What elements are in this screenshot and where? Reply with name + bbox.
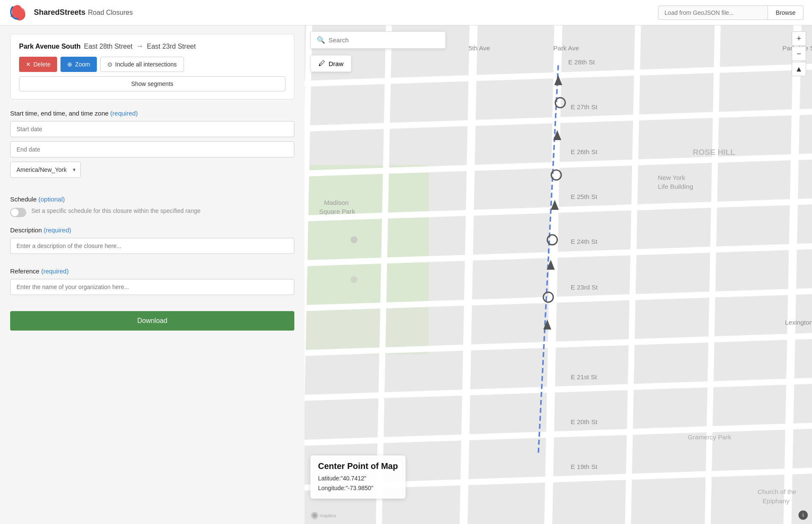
- reference-section: Reference (required): [10, 268, 294, 299]
- draw-label: Draw: [329, 60, 343, 67]
- closure-to: East 23rd Street: [147, 43, 196, 50]
- svg-text:5th Ave: 5th Ave: [469, 44, 490, 52]
- reference-label-text: Reference: [10, 268, 39, 275]
- svg-text:E 23rd St: E 23rd St: [571, 284, 598, 291]
- schedule-section-label: Schedule (optional): [10, 196, 294, 203]
- svg-text:Epiphany: Epiphany: [763, 497, 790, 505]
- center-point-info: Center Point of Map Latitude:"40.7412" L…: [310, 455, 406, 499]
- schedule-toggle-row: Set a specific schedule for this closure…: [10, 207, 294, 217]
- svg-text:New York: New York: [658, 174, 686, 181]
- description-section: Description (required): [10, 226, 294, 258]
- closure-from: East 28th Street: [84, 43, 133, 50]
- svg-text:Park Ave: Park Ave: [553, 44, 579, 52]
- description-label-text: Description: [10, 226, 42, 234]
- svg-text:E 26th St: E 26th St: [571, 148, 598, 155]
- zoom-in-button[interactable]: +: [792, 31, 806, 46]
- description-required-badge: (required): [44, 226, 71, 234]
- closure-title: Park Avenue South East 28th Street → Eas…: [19, 42, 285, 51]
- timezone-select[interactable]: America/New_York: [10, 162, 81, 178]
- svg-text:Lexington Ave: Lexington Ave: [785, 319, 812, 326]
- time-label-text: Start time, end time, and time zone: [10, 110, 109, 117]
- header: SharedStreets Road Closures Browse: [0, 0, 812, 25]
- time-section: Start time, end time, and time zone (req…: [10, 110, 294, 186]
- show-segments-label: Show segments: [131, 80, 173, 87]
- start-date-input[interactable]: [10, 121, 294, 137]
- svg-text:E 21st St: E 21st St: [571, 373, 597, 381]
- map-zoom-controls: + − ▲: [792, 31, 806, 76]
- zoom-label: Zoom: [75, 61, 90, 68]
- end-date-input[interactable]: [10, 141, 294, 157]
- description-section-label: Description (required): [10, 226, 294, 234]
- svg-text:E 25th St: E 25th St: [571, 193, 598, 200]
- show-segments-button[interactable]: Show segments: [19, 76, 285, 91]
- map-panel: E 28th St E 27th St E 26th St E 25th St …: [304, 25, 812, 524]
- info-button[interactable]: i: [798, 510, 808, 520]
- svg-text:Madison: Madison: [324, 199, 348, 206]
- schedule-section: Schedule (optional) Set a specific sched…: [10, 196, 294, 217]
- schedule-optional-badge: (optional): [38, 196, 65, 203]
- svg-point-53: [351, 236, 357, 243]
- schedule-toggle-label: Set a specific schedule for this closure…: [31, 207, 200, 215]
- center-point-title: Center Point of Map: [318, 461, 398, 471]
- include-icon: ⊙: [107, 61, 112, 68]
- search-icon: 🔍: [317, 36, 325, 44]
- zoom-north-button[interactable]: ▲: [792, 62, 806, 76]
- svg-text:Square Park: Square Park: [319, 208, 355, 215]
- svg-text:ROSE HILL: ROSE HILL: [693, 148, 735, 157]
- reference-required-badge: (required): [41, 268, 69, 275]
- closure-buttons: ✕ Delete ⊕ Zoom ⊙ Include all intersecti…: [19, 57, 285, 72]
- draw-button[interactable]: 🖊 Draw: [310, 55, 351, 72]
- closure-street-name: Park Avenue South: [19, 43, 81, 50]
- center-point-latitude: Latitude:"40.7412": [318, 474, 398, 483]
- svg-point-56: [313, 513, 317, 518]
- zoom-button[interactable]: ⊕ Zoom: [60, 57, 97, 72]
- left-panel: Park Avenue South East 28th Street → Eas…: [0, 25, 304, 524]
- schedule-label-text: Schedule: [10, 196, 37, 203]
- delete-icon: ✕: [26, 61, 31, 68]
- svg-text:Life Building: Life Building: [658, 183, 693, 190]
- mapbox-logo: mapbox: [310, 511, 344, 520]
- logo-icon: [8, 3, 27, 22]
- svg-text:E 28th St: E 28th St: [568, 58, 595, 66]
- map-streets: E 28th St E 27th St E 26th St E 25th St …: [304, 25, 812, 524]
- geojson-input[interactable]: [658, 6, 768, 20]
- svg-text:E 19th St: E 19th St: [571, 463, 598, 470]
- page-name: Road Closures: [88, 9, 133, 17]
- closure-card: Park Avenue South East 28th Street → Eas…: [10, 34, 294, 99]
- map-background: E 28th St E 27th St E 26th St E 25th St …: [304, 25, 812, 524]
- svg-text:E 20th St: E 20th St: [571, 418, 598, 425]
- zoom-icon: ⊕: [67, 61, 72, 68]
- description-input[interactable]: [10, 238, 294, 254]
- include-intersections-button[interactable]: ⊙ Include all intersections: [100, 57, 184, 72]
- timezone-wrapper[interactable]: America/New_York: [10, 162, 81, 178]
- svg-text:Church of the: Church of the: [757, 488, 796, 495]
- zoom-out-button[interactable]: −: [792, 47, 806, 61]
- reference-section-label: Reference (required): [10, 268, 294, 275]
- search-input[interactable]: [329, 36, 439, 44]
- delete-label: Delete: [33, 61, 50, 68]
- browse-button[interactable]: Browse: [768, 6, 804, 20]
- include-label: Include all intersections: [115, 61, 177, 68]
- time-required-badge: (required): [110, 110, 138, 117]
- main: Park Avenue South East 28th Street → Eas…: [0, 25, 812, 524]
- map-search-bar: 🔍: [310, 31, 446, 49]
- mapbox-logo-svg: mapbox: [310, 511, 344, 520]
- delete-button[interactable]: ✕ Delete: [19, 57, 57, 72]
- svg-text:mapbox: mapbox: [320, 513, 337, 518]
- svg-rect-1: [304, 165, 429, 305]
- svg-text:E 24th St: E 24th St: [571, 238, 598, 245]
- logo: [8, 3, 27, 22]
- reference-input[interactable]: [10, 279, 294, 295]
- svg-text:E 27th St: E 27th St: [571, 103, 598, 110]
- center-point-longitude: Longitude:"-73.9850": [318, 483, 398, 493]
- download-button[interactable]: Download: [10, 311, 294, 331]
- time-section-label: Start time, end time, and time zone (req…: [10, 110, 294, 117]
- closure-arrow-icon: →: [136, 42, 143, 51]
- draw-icon: 🖊: [318, 60, 325, 67]
- app-name: SharedStreets: [34, 8, 85, 17]
- schedule-toggle[interactable]: [10, 208, 26, 217]
- svg-text:Gramercy Park: Gramercy Park: [688, 433, 731, 441]
- svg-point-54: [351, 276, 357, 283]
